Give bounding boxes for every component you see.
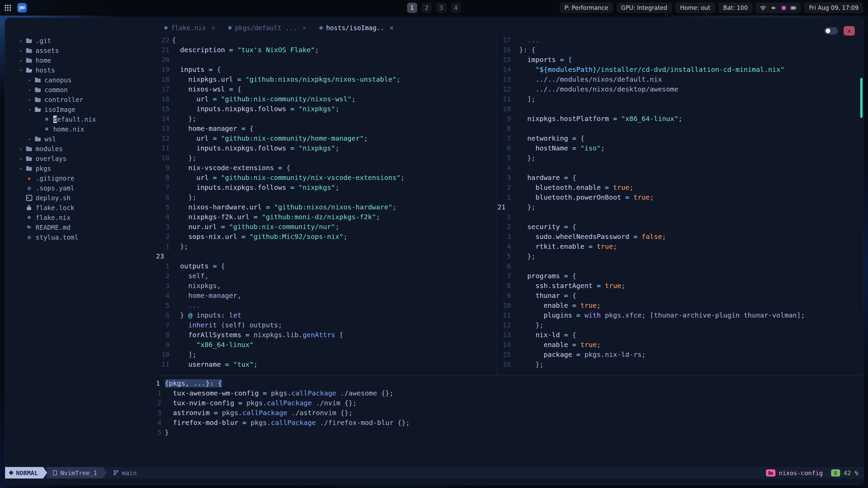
code-line[interactable]: 13 home-manager = { bbox=[156, 124, 405, 134]
close-icon[interactable]: × bbox=[390, 24, 393, 32]
tree-item[interactable]: common bbox=[14, 85, 156, 95]
code-line[interactable]: 11 ]; bbox=[497, 94, 805, 104]
tree-item[interactable]: home.nix bbox=[23, 124, 156, 134]
workspace-button[interactable]: 1 bbox=[407, 3, 417, 13]
code-line[interactable]: 19 inputs = { bbox=[156, 65, 405, 75]
close-icon[interactable]: × bbox=[302, 24, 306, 32]
code-line[interactable]: 21 }; bbox=[497, 202, 805, 212]
code-line[interactable]: 4 rtkit.enable = true; bbox=[497, 242, 805, 251]
code-line[interactable]: 16 url = "github:nix-community/nixos-wsl… bbox=[156, 94, 405, 104]
tree-item[interactable]: .gitignore bbox=[5, 173, 156, 183]
code-line[interactable]: 10 enable = true; bbox=[497, 301, 805, 310]
workspace-button[interactable]: 4 bbox=[451, 3, 461, 13]
workspace-button[interactable]: 3 bbox=[436, 3, 447, 13]
code-line[interactable]: 14 }; bbox=[156, 114, 405, 124]
code-line[interactable]: 15 imports = [ bbox=[497, 55, 805, 65]
code-line[interactable]: 7 programs = { bbox=[497, 271, 805, 281]
code-line[interactable]: 9 thunar = { bbox=[497, 291, 805, 301]
code-line[interactable]: 2 bluetooth.enable = true; bbox=[497, 183, 805, 192]
code-line[interactable]: 9 nix-vscode-extensions = { bbox=[156, 163, 405, 173]
code-line[interactable]: 22 { bbox=[156, 35, 405, 45]
code-line[interactable]: 16 }: { bbox=[497, 45, 805, 55]
code-line[interactable]: 17 ... bbox=[497, 35, 805, 45]
code-line[interactable]: 3 astronvim = pkgs.callPackage ./astronv… bbox=[156, 408, 410, 418]
code-line[interactable]: 10 ]; bbox=[156, 350, 405, 360]
code-line[interactable]: 13 ../../modules/nixos/default.nix bbox=[497, 75, 805, 84]
buffer-tab[interactable]: flake.nix × bbox=[161, 24, 225, 32]
code-line[interactable]: 18 nixpkgs.url = "github:nixos/nixpkgs/n… bbox=[156, 75, 405, 84]
code-line[interactable]: 2 self, bbox=[156, 271, 405, 281]
code-line[interactable]: 15 package = pkgs.nix-ld-rs; bbox=[497, 350, 805, 360]
code-line[interactable]: 6 bbox=[497, 261, 805, 271]
scrollbar[interactable] bbox=[860, 78, 863, 118]
tree-item[interactable]: canopus bbox=[14, 75, 156, 85]
code-line[interactable]: 13 nix-ld = { bbox=[497, 330, 805, 340]
tree-item[interactable]: deploy.sh bbox=[5, 193, 156, 203]
pin-toggle[interactable] bbox=[824, 27, 838, 35]
editor-pane-flake-nix[interactable]: 22 { 21 description = "tux's NixOS Flake… bbox=[156, 35, 405, 369]
vertical-split-separator[interactable] bbox=[496, 35, 496, 375]
code-line[interactable]: 7 networking = { bbox=[497, 134, 805, 143]
tree-item[interactable]: flake.nix bbox=[5, 212, 156, 222]
code-line[interactable]: 1 {pkgs, ...}: { bbox=[156, 379, 410, 388]
code-line[interactable]: 1 tux-awesome-wm-config = pkgs.callPacka… bbox=[156, 388, 410, 398]
code-line[interactable]: 6 hostName = "iso"; bbox=[497, 143, 805, 153]
code-line[interactable]: 7 inherit (self) outputs; bbox=[156, 320, 405, 330]
code-line[interactable]: 8 ssh.startAgent = true; bbox=[497, 281, 805, 291]
buffer-tab[interactable]: pkgs/default ... × bbox=[225, 24, 317, 32]
code-line[interactable]: 8 forAllSystems = nixpkgs.lib.genAttrs [ bbox=[156, 330, 405, 340]
horizontal-split-separator[interactable] bbox=[156, 375, 864, 376]
code-line[interactable]: 10 }; bbox=[156, 153, 405, 163]
code-line[interactable]: 17 nixos-wsl = { bbox=[156, 84, 405, 94]
code-line[interactable]: 11 inputs.nixpkgs.follows = "nixpkgs"; bbox=[156, 143, 405, 153]
code-line[interactable]: 3 sudo.wheelNeedsPassword = false; bbox=[497, 232, 805, 242]
code-line[interactable]: 14 "${modulesPath}/installer/cd-dvd/inst… bbox=[497, 65, 805, 75]
code-line[interactable]: 6 } @ inputs: let bbox=[156, 310, 405, 320]
code-line[interactable]: 21 description = "tux's NixOS Flake"; bbox=[156, 45, 405, 55]
code-line[interactable]: 5 } bbox=[156, 428, 410, 438]
code-line[interactable]: 5 }; bbox=[497, 251, 805, 261]
code-line[interactable]: 1 outputs = { bbox=[156, 261, 405, 271]
code-line[interactable]: 20 bbox=[156, 55, 405, 65]
tree-item[interactable]: pkgs bbox=[5, 163, 156, 173]
code-line[interactable]: 14 enable = true; bbox=[497, 340, 805, 350]
tree-item[interactable]: stylua.toml bbox=[5, 232, 156, 242]
code-line[interactable]: 3 nixpkgs, bbox=[156, 281, 405, 291]
code-line[interactable]: 10 bbox=[497, 104, 805, 114]
code-line[interactable]: 4 firefox-mod-blur = pkgs.callPackage ./… bbox=[156, 418, 410, 428]
code-line[interactable]: 2 security = { bbox=[497, 222, 805, 232]
tree-item[interactable]: isoImage bbox=[14, 104, 156, 114]
tree-item[interactable]: controller bbox=[14, 95, 156, 104]
code-line[interactable]: 2 tux-nvim-config = pkgs.callPackage ./n… bbox=[156, 398, 410, 408]
apps-grid-icon[interactable] bbox=[5, 5, 11, 11]
close-icon[interactable]: × bbox=[211, 24, 215, 32]
code-line[interactable]: 15 inputs.nixpkgs.follows = "nixpkgs"; bbox=[156, 104, 405, 114]
code-line[interactable]: 6 }; bbox=[156, 192, 405, 202]
tree-item[interactable]: .sops.yaml bbox=[5, 183, 156, 193]
tree-item[interactable]: home bbox=[5, 55, 156, 65]
buffer-tab[interactable]: hosts/isoImag.. × bbox=[316, 24, 403, 32]
code-line[interactable]: 8 bbox=[497, 124, 805, 134]
editor-pane-pkgs-default-nix[interactable]: 1 {pkgs, ...}: { 1 tux-awesome-wm-config… bbox=[156, 379, 410, 438]
code-line[interactable]: 5 ... bbox=[156, 301, 405, 310]
editor-pane-iso-default-nix[interactable]: 17 ... 16 }: { 15 imports = [ 14 "${modu… bbox=[497, 35, 805, 369]
code-line[interactable]: 12 url = "github:nix-community/home-mana… bbox=[156, 134, 405, 143]
tree-item[interactable]: overlays bbox=[5, 154, 156, 163]
code-line[interactable]: 11 username = "tux"; bbox=[156, 360, 405, 369]
code-line[interactable]: 4 nixpkgs-f2k.url = "github:moni-dz/nixp… bbox=[156, 212, 405, 222]
app-badge[interactable]: JW bbox=[17, 3, 27, 13]
code-line[interactable]: 11 plugins = with pkgs.xfce; [thunar-arc… bbox=[497, 310, 805, 320]
code-line[interactable]: 4 home-manager, bbox=[156, 291, 405, 301]
code-line[interactable]: 7 inputs.nixpkgs.follows = "nixpkgs"; bbox=[156, 183, 405, 192]
code-line[interactable]: 12 ../../modules/nixos/desktop/awesome bbox=[497, 84, 805, 94]
code-line[interactable]: 4 bbox=[497, 163, 805, 173]
code-line[interactable]: 16 }; bbox=[497, 360, 805, 369]
code-line[interactable]: 5 }; bbox=[497, 153, 805, 163]
code-line[interactable]: 9 nixpkgs.hostPlatform = "x86_64-linux"; bbox=[497, 114, 805, 124]
code-line[interactable]: 5 nixos-hardware.url = "github:nixos/nix… bbox=[156, 202, 405, 212]
tree-item[interactable]: flake.lock bbox=[5, 203, 156, 212]
workspace-button[interactable]: 2 bbox=[422, 3, 432, 13]
code-line[interactable]: 1 bluetooth.powerOnBoot = true; bbox=[497, 192, 805, 202]
tree-item[interactable]: wsl bbox=[14, 134, 156, 144]
code-line[interactable]: 8 url = "github:nix-community/nix-vscode… bbox=[156, 173, 405, 183]
